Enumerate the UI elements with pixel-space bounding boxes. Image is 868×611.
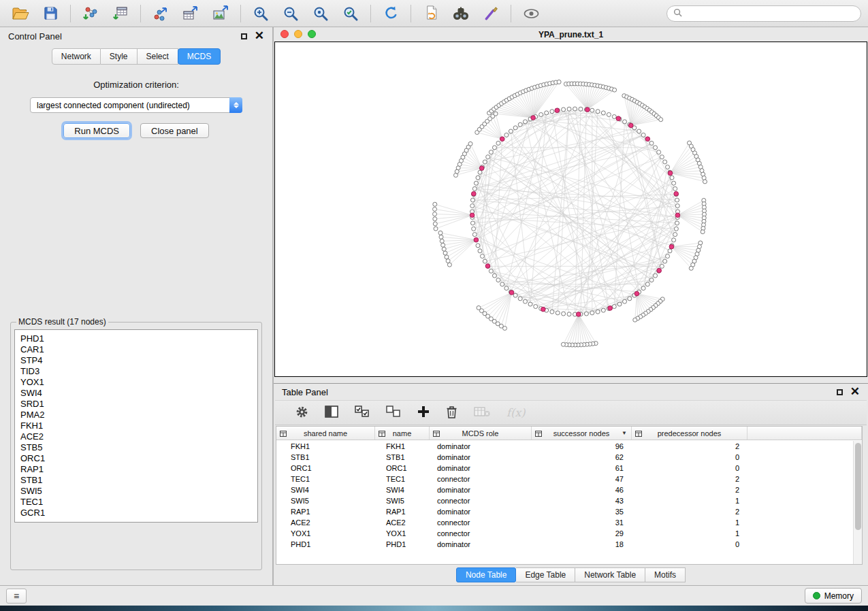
table-cell: 1 bbox=[632, 518, 748, 527]
zoom-in-button[interactable] bbox=[247, 3, 274, 24]
window-minimize-traffic-light[interactable] bbox=[294, 30, 302, 38]
table-row[interactable]: STB1STB1dominator620 bbox=[276, 452, 853, 463]
table-row[interactable]: SWI4SWI4dominator462 bbox=[276, 484, 853, 495]
table-row[interactable]: PHD1PHD1dominator180 bbox=[276, 539, 853, 550]
close-table-panel-icon[interactable]: ✕ bbox=[850, 389, 860, 395]
network-canvas[interactable] bbox=[274, 42, 867, 377]
mcds-result-item[interactable]: PHD1 bbox=[20, 333, 252, 344]
mcds-result-item[interactable]: STB1 bbox=[20, 475, 252, 486]
tab-node-table[interactable]: Node Table bbox=[456, 567, 517, 582]
search-icon bbox=[673, 7, 682, 20]
tab-network-table[interactable]: Network Table bbox=[575, 567, 645, 582]
window-close-traffic-light[interactable] bbox=[280, 30, 289, 38]
show-hide-button[interactable] bbox=[517, 3, 545, 24]
network-window-title: YPA_prune.txt_1 bbox=[539, 30, 603, 39]
mcds-result-item[interactable]: TID3 bbox=[20, 366, 252, 377]
float-table-panel-icon[interactable] bbox=[837, 389, 843, 395]
tab-style[interactable]: Style bbox=[101, 48, 138, 65]
mcds-result-item[interactable]: CAR1 bbox=[20, 344, 252, 355]
zoom-out-button[interactable] bbox=[277, 3, 304, 24]
table-cell: 35 bbox=[532, 508, 632, 516]
mcds-result-item[interactable]: TEC1 bbox=[20, 497, 252, 508]
close-panel-icon[interactable]: ✕ bbox=[255, 33, 264, 39]
mcds-result-item[interactable]: SRD1 bbox=[20, 399, 252, 410]
delete-column-button[interactable] bbox=[446, 406, 457, 420]
close-panel-button[interactable]: Close panel bbox=[140, 123, 209, 138]
table-row[interactable]: YOX1YOX1connector291 bbox=[276, 528, 853, 539]
mcds-result-item[interactable]: ORC1 bbox=[20, 453, 252, 464]
table-cell: connector bbox=[430, 475, 532, 483]
mcds-result-item[interactable]: YOX1 bbox=[20, 377, 252, 388]
column-header-name[interactable]: name bbox=[375, 427, 430, 440]
select-all-button[interactable] bbox=[355, 406, 370, 420]
show-columns-button[interactable] bbox=[325, 406, 338, 420]
tab-motifs[interactable]: Motifs bbox=[645, 567, 686, 582]
column-header-shared-name[interactable]: shared name bbox=[276, 427, 375, 440]
column-header-successor-nodes[interactable]: successor nodes▼ bbox=[532, 427, 632, 440]
table-cell: 2 bbox=[632, 508, 748, 516]
mcds-result-item[interactable]: STB5 bbox=[20, 442, 252, 453]
control-panel: Control Panel ✕ Network Style Select MCD… bbox=[0, 27, 274, 585]
zoom-selected-button[interactable] bbox=[337, 3, 364, 24]
table-row[interactable]: TEC1TEC1connector472 bbox=[276, 474, 853, 484]
mcds-result-item[interactable]: ACE2 bbox=[20, 431, 252, 442]
column-header-mcds-role[interactable]: MCDS role bbox=[430, 427, 532, 440]
open-file-button[interactable] bbox=[7, 3, 34, 24]
binoculars-button[interactable] bbox=[447, 3, 475, 24]
table-row[interactable]: RAP1RAP1dominator352 bbox=[276, 506, 853, 517]
tab-edge-table[interactable]: Edge Table bbox=[516, 567, 575, 582]
table-cell: 31 bbox=[532, 518, 632, 527]
optimization-criterion-label: Optimization criterion: bbox=[0, 80, 272, 90]
tab-network[interactable]: Network bbox=[52, 48, 101, 65]
mcds-result-fieldset: MCDS result (17 nodes) PHD1CAR1STP4TID3Y… bbox=[10, 317, 262, 570]
search-input[interactable] bbox=[686, 9, 854, 18]
delete-table-icon bbox=[474, 406, 490, 419]
optimization-criterion-select[interactable]: largest connected component (undirected) bbox=[30, 97, 242, 113]
column-header-predecessor-nodes[interactable]: predecessor nodes bbox=[632, 427, 748, 440]
export-image-button[interactable] bbox=[207, 3, 234, 24]
tab-select[interactable]: Select bbox=[138, 48, 178, 65]
zoom-fit-button[interactable] bbox=[307, 3, 334, 24]
import-table-button[interactable] bbox=[107, 3, 134, 24]
table-panel-tabs: Node Table Edge Table Network Table Moti… bbox=[274, 565, 868, 585]
export-table-button[interactable] bbox=[177, 3, 204, 24]
table-cell: dominator bbox=[430, 540, 532, 548]
import-network-button[interactable] bbox=[77, 3, 104, 24]
mcds-result-item[interactable]: STP4 bbox=[20, 355, 252, 366]
scrollbar-thumb[interactable] bbox=[855, 443, 861, 530]
table-settings-button[interactable] bbox=[295, 406, 308, 420]
mcds-result-item[interactable]: RAP1 bbox=[20, 464, 252, 475]
table-row[interactable]: SWI5SWI5connector431 bbox=[276, 495, 853, 506]
table-cell: ACE2 bbox=[375, 518, 430, 527]
function-icon: f(x) bbox=[507, 406, 525, 419]
export-image-icon bbox=[212, 5, 229, 22]
zoom-out-icon bbox=[283, 5, 299, 22]
table-cell: connector bbox=[430, 529, 532, 538]
network-graph[interactable] bbox=[275, 42, 867, 376]
mcds-result-item[interactable]: GCR1 bbox=[20, 508, 252, 518]
mcds-result-item[interactable]: FKH1 bbox=[20, 420, 252, 431]
float-panel-icon[interactable] bbox=[241, 33, 247, 39]
memory-button[interactable]: Memory bbox=[805, 588, 862, 604]
table-vertical-scrollbar[interactable] bbox=[853, 441, 862, 564]
table-cell: dominator bbox=[430, 453, 532, 461]
run-mcds-button[interactable]: Run MCDS bbox=[63, 123, 130, 138]
table-row[interactable]: ORC1ORC1dominator610 bbox=[276, 463, 853, 474]
table-row[interactable]: FKH1FKH1dominator962 bbox=[276, 441, 853, 452]
save-button[interactable] bbox=[37, 3, 64, 24]
mcds-result-item[interactable]: SWI4 bbox=[20, 388, 252, 399]
mcds-result-item[interactable]: PMA2 bbox=[20, 410, 252, 420]
table-row[interactable]: ACE2ACE2connector311 bbox=[276, 517, 853, 528]
clone-network-button[interactable] bbox=[417, 3, 445, 24]
task-history-button[interactable]: ≡ bbox=[6, 589, 27, 604]
mcds-result-item[interactable]: SWI5 bbox=[20, 486, 252, 497]
window-zoom-traffic-light[interactable] bbox=[308, 30, 316, 38]
table-panel-header: Table Panel ✕ bbox=[274, 384, 868, 400]
export-network-button[interactable] bbox=[147, 3, 174, 24]
add-column-button[interactable] bbox=[417, 406, 430, 420]
style-brush-button[interactable] bbox=[477, 3, 504, 24]
sort-arrow-icon[interactable]: ▼ bbox=[622, 430, 627, 436]
tab-mcds[interactable]: MCDS bbox=[178, 48, 221, 65]
refresh-view-button[interactable] bbox=[377, 3, 404, 24]
unselect-all-button[interactable] bbox=[386, 406, 401, 420]
